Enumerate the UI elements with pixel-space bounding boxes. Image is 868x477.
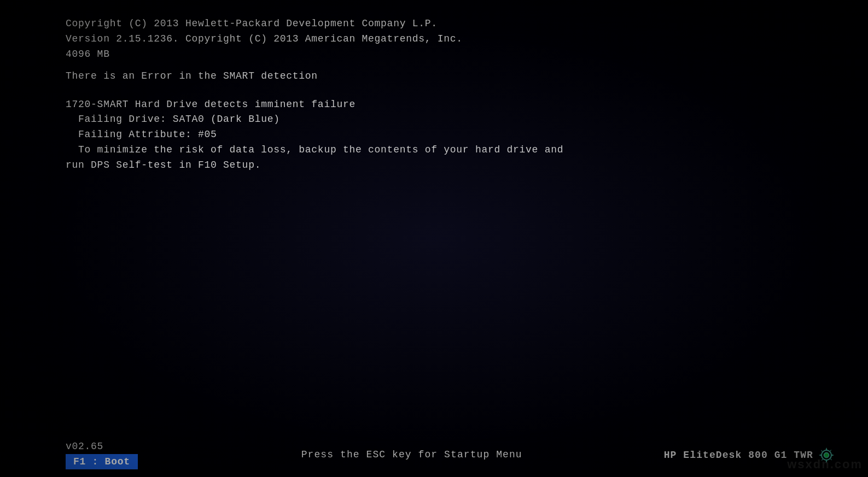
- copyright-line2: Version 2.15.1236. Copyright (C) 2013 Am…: [66, 32, 835, 47]
- hp-model-area: HP EliteDesk 800 G1 TWR: [664, 446, 835, 464]
- bios-version: v02.65: [66, 441, 138, 452]
- bios-text-area: Copyright (C) 2013 Hewlett-Packard Devel…: [66, 16, 835, 173]
- copyright-line1: Copyright (C) 2013 Hewlett-Packard Devel…: [66, 16, 835, 32]
- bottom-bar: v02.65 F1 : Boot Press the ESC key for S…: [0, 433, 868, 477]
- failing-drive: Failing Drive: SATA0 (Dark Blue): [66, 112, 835, 127]
- f1-boot-button[interactable]: F1 : Boot: [66, 454, 138, 469]
- press-esc-label: Press the ESC key for Startup Menu: [301, 449, 522, 460]
- minimize-risk-line1: To minimize the risk of data loss, backu…: [66, 143, 835, 158]
- memory-line: 4096 MB: [66, 47, 835, 62]
- minimize-risk-line2: run DPS Self-test in F10 Setup.: [66, 158, 835, 173]
- gear-icon: [818, 446, 835, 464]
- press-esc-text: Press the ESC key for Startup Menu: [160, 448, 664, 462]
- svg-point-2: [824, 453, 829, 457]
- failing-attribute: Failing Attribute: #05: [66, 127, 835, 143]
- bios-screen: Copyright (C) 2013 Hewlett-Packard Devel…: [0, 0, 868, 477]
- version-block: v02.65 F1 : Boot: [66, 441, 138, 469]
- hp-model-text: HP EliteDesk 800 G1 TWR: [664, 450, 813, 461]
- smart-error-title: 1720-SMART Hard Drive detects imminent f…: [66, 97, 835, 113]
- smart-error-header: There is an Error in the SMART detection: [66, 69, 835, 84]
